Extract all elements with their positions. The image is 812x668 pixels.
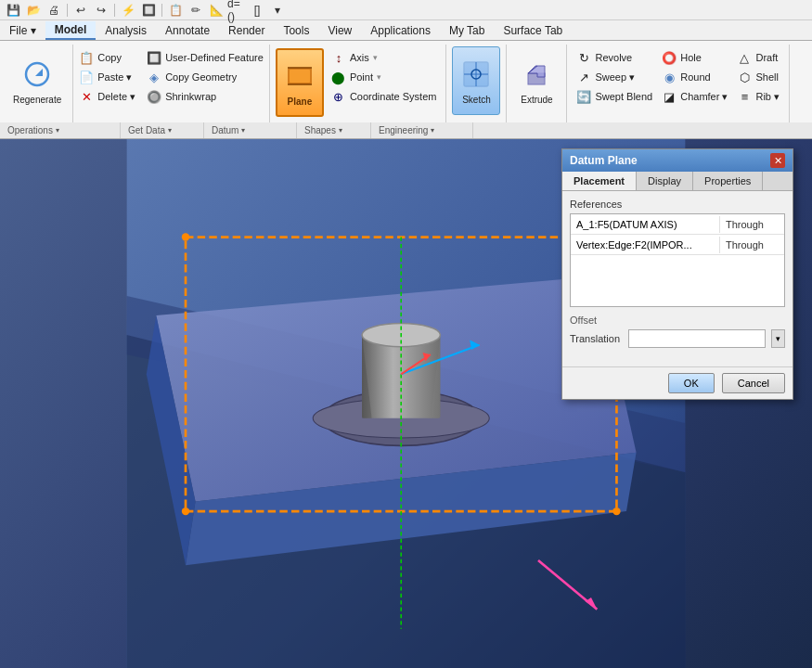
references-table: A_1:F5(DATUM AXIS) Through Vertex:Edge:F…: [570, 213, 785, 307]
extrude-button[interactable]: Extrude: [512, 46, 561, 115]
point-icon: ⬤: [331, 70, 346, 84]
dialog-tab-properties[interactable]: Properties: [693, 172, 763, 190]
clipboard-btn[interactable]: 📋: [166, 2, 185, 19]
point-label: Point: [350, 71, 373, 83]
menu-annotate[interactable]: Annotate: [156, 22, 219, 39]
rib-button[interactable]: ≡ Rib ▾: [733, 87, 783, 106]
paste-button[interactable]: 📄 Paste ▾: [75, 68, 139, 86]
ribbon-toolbar: Regenerate 📋 Copy 📄 Paste ▾ ✕ Delete ▾ 🔲…: [0, 41, 812, 122]
swept-blend-button[interactable]: 🔄 Swept Blend: [573, 87, 656, 106]
3d-viewport[interactable]: Datum Plane ✕ Placement Display Properti…: [0, 139, 812, 668]
translation-input[interactable]: [628, 329, 766, 348]
coord-button[interactable]: ⊕ Coordinate System: [328, 87, 441, 106]
menu-view[interactable]: View: [318, 22, 361, 39]
new-btn[interactable]: 💾: [4, 2, 22, 19]
sketch-button[interactable]: Sketch: [452, 46, 500, 115]
datum-text: Datum: [212, 125, 238, 135]
copy-button[interactable]: 📋 Copy: [75, 48, 139, 67]
hole-icon: ⭕: [662, 50, 677, 65]
rib-icon: ≡: [737, 89, 752, 104]
point-button[interactable]: ⬤ Point ▾: [328, 68, 441, 86]
undo-btn[interactable]: ↩: [71, 2, 90, 19]
ok-button[interactable]: OK: [668, 373, 715, 393]
sweep-button[interactable]: ↗ Sweep ▾: [573, 68, 656, 86]
user-defined-button[interactable]: 🔲 User-Defined Feature: [143, 48, 267, 67]
label-get-data[interactable]: Get Data ▾: [121, 122, 204, 138]
svg-marker-1: [35, 69, 43, 76]
ref-row-1[interactable]: A_1:F5(DATUM AXIS) Through: [571, 214, 784, 235]
menu-applications[interactable]: Applications: [361, 22, 440, 39]
shrinkwrap-label: Shrinkwrap: [165, 91, 216, 102]
save-btn[interactable]: 🖨: [45, 2, 63, 19]
delete-icon: ✕: [79, 89, 94, 104]
menu-mytab[interactable]: My Tab: [440, 22, 494, 39]
delete-button[interactable]: ✕ Delete ▾: [75, 87, 139, 106]
ribbon-group-regenerate: Regenerate: [2, 45, 73, 122]
measure-btn[interactable]: 📐: [207, 2, 226, 19]
chamfer-button[interactable]: ◪ Chamfer ▾: [658, 87, 731, 106]
draft-icon: △: [737, 50, 752, 65]
open-btn[interactable]: 📂: [24, 2, 43, 19]
menu-surfacetab[interactable]: Surface Tab: [494, 22, 572, 39]
dialog-tab-display[interactable]: Display: [637, 172, 693, 190]
menu-analysis[interactable]: Analysis: [96, 22, 156, 39]
menu-render[interactable]: Render: [219, 22, 274, 39]
shrinkwrap-button[interactable]: 🔘 Shrinkwrap: [143, 87, 267, 106]
dims-btn[interactable]: d=(): [227, 2, 246, 19]
draft-button[interactable]: △ Draft: [733, 48, 783, 67]
datum-plane-dialog: Datum Plane ✕ Placement Display Properti…: [561, 148, 793, 400]
swept-blend-label: Swept Blend: [595, 91, 652, 102]
cancel-button[interactable]: Cancel: [722, 373, 785, 393]
revolve-button[interactable]: ↻ Revolve: [573, 48, 656, 67]
round-label: Round: [680, 71, 710, 83]
translation-row: Translation ▾: [570, 329, 785, 348]
label-operations[interactable]: Operations ▾: [0, 122, 121, 138]
operations-text: Operations: [7, 125, 53, 135]
axis-label: Axis: [350, 52, 369, 63]
sketch-label: Sketch: [462, 95, 491, 105]
offset-label: Offset: [570, 315, 785, 326]
shapes-col-2: ⭕ Hole ◉ Round ◪ Chamfer ▾: [658, 48, 731, 106]
label-datum[interactable]: Datum ▾: [204, 122, 297, 138]
dialog-titlebar[interactable]: Datum Plane ✕: [562, 149, 793, 172]
label-engineering[interactable]: Engineering ▾: [371, 122, 473, 138]
rib-label: Rib ▾: [755, 91, 780, 103]
ref-row-2[interactable]: Vertex:Edge:F2(IMPOR... Through: [571, 235, 784, 255]
menu-file[interactable]: File ▾: [0, 22, 45, 39]
shell-icon: ⬡: [737, 70, 752, 84]
separator-1: [67, 4, 68, 17]
menu-tools[interactable]: Tools: [274, 22, 318, 39]
paste-label: Paste ▾: [97, 71, 132, 84]
redo-btn[interactable]: ↪: [92, 2, 110, 19]
copy-icon: 📋: [79, 50, 94, 65]
separator-2: [114, 4, 115, 17]
pencil-btn[interactable]: ✏: [187, 2, 205, 19]
quick-access-toolbar: 💾 📂 🖨 ↩ ↪ ⚡ 🔲 📋 ✏ 📐 d=() [] ▾: [0, 0, 812, 20]
axis-button[interactable]: ↕ Axis ▾: [328, 48, 441, 67]
hole-button[interactable]: ⭕ Hole: [658, 48, 731, 67]
dialog-tab-placement[interactable]: Placement: [562, 172, 637, 190]
regen-btn[interactable]: ⚡: [119, 2, 137, 19]
round-icon: ◉: [662, 70, 677, 84]
round-button[interactable]: ◉ Round: [658, 68, 731, 86]
menu-model[interactable]: Model: [45, 21, 97, 40]
plane-button[interactable]: Plane: [276, 48, 324, 117]
regenerate-button[interactable]: Regenerate: [7, 46, 67, 115]
translation-dropdown[interactable]: ▾: [771, 329, 785, 348]
dialog-close-button[interactable]: ✕: [770, 153, 785, 168]
copy-geometry-button[interactable]: ◈ Copy Geometry: [143, 68, 267, 86]
shell-button[interactable]: ⬡ Shell: [733, 68, 783, 86]
label-shapes[interactable]: Shapes ▾: [297, 122, 371, 138]
svg-point-34: [182, 507, 189, 515]
select-btn[interactable]: 🔲: [139, 2, 158, 19]
extrude-icon: [520, 58, 553, 91]
more-btn[interactable]: ▾: [268, 2, 287, 19]
sweep-label: Sweep ▾: [595, 71, 635, 84]
coord-label: Coordinate System: [350, 91, 437, 102]
revolve-icon: ↻: [576, 50, 591, 65]
dialog-title: Datum Plane: [570, 154, 638, 167]
regenerate-icon: [20, 58, 54, 91]
box-btn[interactable]: []: [248, 2, 266, 19]
separator-3: [161, 4, 162, 17]
copy-label: Copy: [97, 52, 122, 63]
